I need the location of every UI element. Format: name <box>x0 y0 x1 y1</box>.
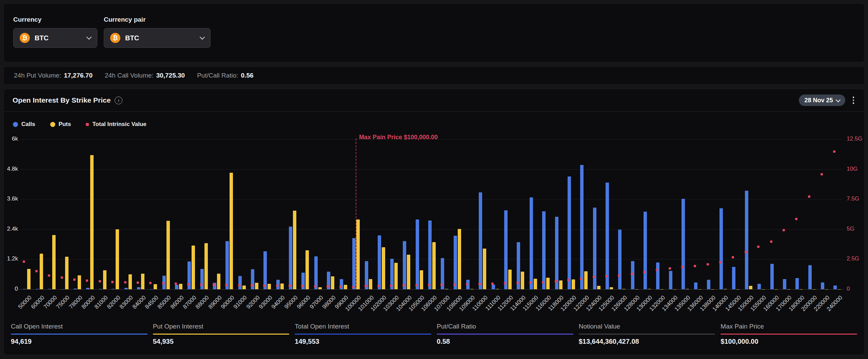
put-bar <box>787 289 790 290</box>
x-tick-label: 70000 <box>42 294 59 311</box>
put-volume-label: 24h Put Volume: <box>14 72 61 79</box>
put-bar <box>724 289 727 289</box>
left-axis-tick: 6k <box>3 135 18 142</box>
put-bar <box>407 255 410 289</box>
put-bar <box>78 275 81 289</box>
tiv-point <box>821 173 823 175</box>
call-bar <box>542 211 546 289</box>
call-bar <box>732 267 735 289</box>
btc-coin-icon <box>110 33 120 43</box>
call-bar <box>770 264 774 289</box>
footer-stat-underline <box>11 334 147 335</box>
put-bar <box>508 270 512 289</box>
put-bar <box>432 242 436 289</box>
put-volume-stat: 24h Put Volume: 17,276.70 <box>14 72 93 79</box>
left-axis-tick: 1.2k <box>3 255 18 262</box>
tiv-point <box>808 195 810 198</box>
put-call-ratio-stat: Put/Call Ratio: 0.56 <box>197 72 253 79</box>
btc-coin-icon <box>20 33 30 43</box>
put-bar <box>774 289 778 290</box>
tiv-point <box>111 281 114 283</box>
tiv-point <box>453 283 456 286</box>
tiv-point <box>555 280 557 282</box>
currency-dropdown[interactable]: BTC <box>13 28 97 48</box>
right-axis-tick: 0 <box>847 286 850 292</box>
put-bar <box>686 289 689 289</box>
put-bar <box>394 263 398 289</box>
x-tick-label: 84000 <box>131 294 147 311</box>
put-bar <box>217 274 220 289</box>
put-call-ratio-value: 0.56 <box>241 72 254 79</box>
put-bar <box>331 276 334 289</box>
x-tick-label: 84500 <box>144 294 160 311</box>
open-interest-chart-panel: Open Interest By Strike Price 28 Nov 25 … <box>3 89 865 355</box>
put-bar <box>65 257 68 289</box>
currency-pair-dropdown[interactable]: BTC <box>104 28 211 48</box>
tiv-point <box>428 284 430 286</box>
put-bar <box>812 289 816 290</box>
tiv-point <box>61 276 63 279</box>
footer-stat: Notional Value $13,644,360,427.08 <box>579 323 715 345</box>
tiv-point <box>124 281 126 283</box>
put-bar <box>572 279 575 289</box>
put-bar <box>458 229 461 289</box>
plot-area: 01.2k2.4k3.6k4.8k6k02.5G5G7.5G10G12.5G50… <box>4 89 864 355</box>
put-bar <box>369 279 372 289</box>
x-tick-label: 50000 <box>17 294 33 311</box>
x-tick-label: 89000 <box>207 294 223 311</box>
put-bar <box>749 286 752 289</box>
call-bar <box>504 210 508 289</box>
right-axis-tick: 12.5G <box>847 135 862 142</box>
tiv-point <box>238 284 240 287</box>
x-tick-label: 83000 <box>118 294 135 311</box>
put-bar <box>280 283 284 289</box>
footer-stat-underline <box>579 334 715 335</box>
tiv-point <box>757 246 760 248</box>
put-bar <box>268 284 271 289</box>
max-pain-label: Max Pain Price $100,000.00 <box>359 134 438 141</box>
tiv-point <box>478 283 481 285</box>
put-bar <box>305 250 309 289</box>
call-bar <box>694 282 697 289</box>
call-bar <box>669 271 672 289</box>
call-bar <box>238 276 242 289</box>
tiv-point <box>694 265 696 267</box>
call-bar <box>606 183 609 289</box>
call-bar <box>48 289 52 289</box>
put-bar <box>546 278 550 289</box>
tiv-point <box>289 284 291 287</box>
call-bar <box>112 289 115 289</box>
call-bar <box>682 199 685 289</box>
x-tick-label: 92000 <box>245 294 261 311</box>
tiv-point <box>491 282 494 285</box>
put-bar <box>635 289 638 290</box>
x-axis-line <box>17 289 844 290</box>
call-bar <box>289 227 292 289</box>
x-tick-label: 98000 <box>321 294 337 311</box>
tiv-point <box>770 240 772 243</box>
footer-stat: Max Pain Price $100,000.00 <box>721 323 857 345</box>
right-axis-tick: 2.5G <box>847 255 859 262</box>
left-axis-tick: 2.4k <box>3 226 18 232</box>
put-bar <box>559 280 563 289</box>
right-axis-tick: 5G <box>847 226 854 232</box>
gridline <box>20 169 844 170</box>
put-bar <box>356 219 360 289</box>
x-tick-label: 78000 <box>68 294 84 311</box>
tiv-point <box>631 273 633 275</box>
x-tick-label: 93000 <box>258 294 274 311</box>
tiv-point <box>681 266 684 268</box>
call-bar <box>644 212 647 289</box>
put-bar <box>344 285 347 289</box>
tiv-point <box>833 150 835 153</box>
call-bar <box>719 208 723 289</box>
call-bar <box>416 219 419 289</box>
footer-stat: Put/Call Ratio 0.58 <box>437 323 573 345</box>
tiv-point <box>656 269 658 271</box>
put-bar <box>204 243 208 289</box>
put-bar <box>673 289 676 290</box>
call-bar <box>378 235 381 289</box>
put-bar <box>470 289 474 289</box>
tiv-point <box>276 284 278 287</box>
tiv-point <box>175 282 177 285</box>
